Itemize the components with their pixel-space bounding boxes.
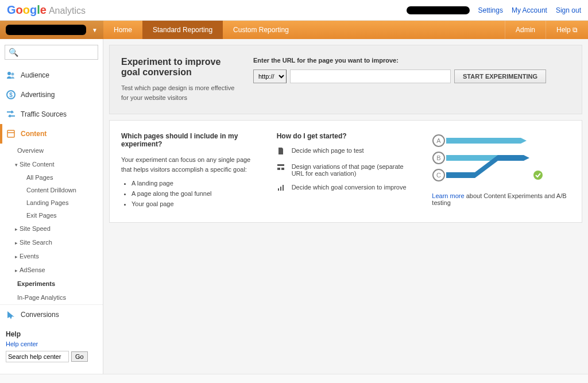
nav-standard-reporting[interactable]: Standard Reporting — [142, 21, 223, 39]
sidebar-item-conversions[interactable]: Conversions — [0, 304, 103, 324]
svg-point-18 — [533, 171, 543, 180]
subnav-events[interactable]: ▸Events — [6, 249, 103, 263]
protocol-select[interactable]: http:// — [253, 69, 287, 83]
my-account-link[interactable]: My Account — [512, 6, 547, 14]
step-2-text: Design variations of that page (separate… — [292, 163, 415, 177]
signout-link[interactable]: Sign out — [556, 6, 581, 14]
header: Google Analytics Settings My Account Sig… — [0, 0, 588, 21]
account-name-redacted — [6, 25, 86, 35]
account-selector[interactable]: ▼ — [0, 21, 103, 39]
step-3: Decide which goal conversion to improve — [277, 184, 415, 193]
variations-icon — [277, 163, 286, 172]
nav-help-label: Help — [556, 26, 571, 34]
logo-google: Google — [7, 3, 47, 17]
page-title: Experiment to improve goal conversion — [121, 57, 236, 78]
logo[interactable]: Google Analytics — [7, 3, 86, 17]
body-card: Which pages should I include in my exper… — [109, 120, 582, 223]
help-search-input[interactable] — [6, 351, 69, 362]
subnav-exit-pages[interactable]: Exit Pages — [6, 209, 103, 222]
user-email-redacted — [407, 6, 470, 14]
sidebar-label-conversions: Conversions — [21, 311, 59, 319]
url-input[interactable] — [290, 69, 451, 83]
col2-heading: How do I get started? — [277, 132, 415, 140]
caret-down-icon: ▾ — [15, 162, 20, 168]
nav-help[interactable]: Help ⧉ — [546, 21, 588, 39]
sidebar-item-audience[interactable]: Audience — [0, 65, 103, 85]
subnav-site-search[interactable]: ▸Site Search — [6, 235, 103, 249]
chart-icon — [277, 184, 286, 193]
subnav-overview[interactable]: Overview — [6, 144, 103, 157]
svg-rect-4 — [7, 130, 14, 137]
sidebar-label-traffic: Traffic Sources — [21, 110, 67, 118]
content-icon — [6, 129, 16, 139]
nav-right: Admin Help ⧉ — [505, 21, 588, 39]
svg-text:C: C — [436, 172, 441, 179]
main-content: Experiment to improve goal conversion Te… — [103, 39, 588, 374]
col1-list: A landing page A page along the goal fun… — [121, 180, 260, 207]
audience-icon — [6, 70, 16, 80]
page-icon — [277, 147, 286, 156]
step-2: Design variations of that page (separate… — [277, 163, 415, 177]
settings-link[interactable]: Settings — [478, 6, 503, 14]
advertising-icon: $ — [6, 90, 16, 100]
subnav-site-content[interactable]: ▾Site Content — [6, 157, 103, 171]
learn-more-link[interactable]: Learn more — [432, 192, 464, 199]
conversions-icon — [6, 310, 16, 320]
nav-admin[interactable]: Admin — [505, 21, 546, 39]
sidebar-item-advertising[interactable]: $ Advertising — [0, 85, 103, 105]
sidebar-search[interactable]: 🔍 — [5, 45, 98, 60]
sidebar-label-content: Content — [21, 130, 47, 138]
intro-right: Enter the URL for the page you want to i… — [253, 57, 570, 102]
col1-intro: Your experiment can focus on any single … — [121, 155, 260, 174]
chevron-down-icon: ▼ — [92, 27, 98, 33]
svg-rect-10 — [280, 187, 281, 191]
caret-right-icon: ▸ — [15, 226, 20, 232]
nav-custom-reporting[interactable]: Custom Reporting — [223, 21, 299, 39]
help-search: Go — [6, 351, 97, 362]
svg-rect-8 — [281, 168, 284, 170]
subnav-site-speed[interactable]: ▸Site Speed — [6, 222, 103, 235]
sidebar-label-advertising: Advertising — [21, 91, 55, 99]
col1-bullet-2: A page along the goal funnel — [131, 190, 260, 197]
svg-point-0 — [7, 72, 11, 75]
step-1-text: Decide which page to test — [292, 147, 364, 154]
nav-home[interactable]: Home — [103, 21, 142, 39]
sidebar-item-traffic[interactable]: Traffic Sources — [0, 105, 103, 124]
external-icon: ⧉ — [572, 26, 578, 34]
subnav-adsense[interactable]: ▸AdSense — [6, 263, 103, 277]
search-icon: 🔍 — [9, 48, 18, 57]
sidebar-item-content[interactable]: Content — [0, 124, 103, 144]
help-title: Help — [6, 330, 97, 338]
sidebar-label-audience: Audience — [21, 71, 49, 79]
url-row: http:// START EXPERIMENTING — [253, 69, 570, 83]
subnav-inpage[interactable]: In-Page Analytics — [6, 291, 103, 304]
svg-rect-6 — [277, 164, 284, 166]
subnav-content-drilldown[interactable]: Content Drilldown — [6, 184, 103, 196]
subnav-site-content-label: Site Content — [20, 161, 55, 168]
subnav-site-speed-label: Site Speed — [20, 225, 51, 232]
help-section: Help Help center Go — [0, 324, 103, 368]
svg-rect-11 — [283, 185, 284, 191]
start-experimenting-button[interactable]: START EXPERIMENTING — [454, 69, 546, 83]
subnav-landing-pages[interactable]: Landing Pages — [6, 196, 103, 209]
caret-right-icon: ▸ — [15, 254, 20, 260]
learn-more-text: Learn more about Content Experiments and… — [432, 192, 570, 206]
container: 🔍 Audience $ Advertising Traffic Sources… — [0, 39, 588, 374]
col1-bullet-3: Your goal page — [131, 200, 260, 207]
svg-text:B: B — [437, 154, 441, 161]
col-get-started: How do I get started? Decide which page … — [277, 132, 415, 211]
intro-left: Experiment to improve goal conversion Te… — [121, 57, 236, 102]
subnav-all-pages[interactable]: All Pages — [6, 171, 103, 184]
step-1: Decide which page to test — [277, 147, 415, 156]
caret-right-icon: ▸ — [15, 240, 20, 246]
url-label: Enter the URL for the page you want to i… — [253, 57, 570, 64]
col1-heading: Which pages should I include in my exper… — [121, 132, 260, 148]
page-subtitle: Test which page design is more effective… — [121, 83, 236, 102]
svg-rect-7 — [277, 168, 280, 170]
sidebar: 🔍 Audience $ Advertising Traffic Sources… — [0, 39, 103, 374]
sidebar-search-input[interactable] — [21, 48, 94, 56]
svg-rect-9 — [278, 188, 279, 191]
help-center-link[interactable]: Help center — [6, 341, 97, 347]
help-go-button[interactable]: Go — [71, 351, 88, 362]
subnav-experiments[interactable]: Experiments — [6, 277, 103, 291]
